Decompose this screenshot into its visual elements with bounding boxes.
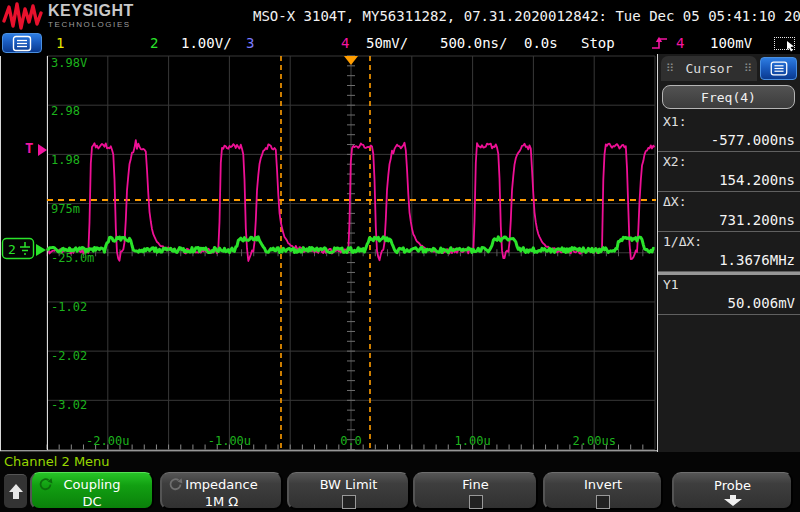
drag-handle-icon[interactable]: ⠿ xyxy=(666,63,674,74)
channel4-scale[interactable]: 50mV/ xyxy=(366,35,408,51)
timebase-scale[interactable]: 500.0ns/ xyxy=(440,35,507,51)
waveform-display[interactable]: 3.98V 2.98 1.98 975m -25.0m -1.02 -2.02 … xyxy=(0,54,657,452)
cursor-row-x1: X1: -577.000ns xyxy=(658,112,800,152)
channel2-badge[interactable]: 2 xyxy=(150,35,158,51)
hamburger-menu-icon xyxy=(769,60,789,77)
y-label: 975m xyxy=(51,202,80,216)
timebase-delay[interactable]: 0.0s xyxy=(524,35,558,51)
trigger-source[interactable]: 4 xyxy=(676,35,684,51)
x-label: 1.00u xyxy=(455,434,491,448)
cursor-mode-button[interactable]: Freq(4) xyxy=(662,85,795,109)
y-label: 1.98 xyxy=(51,153,80,167)
trigger-edge-icon xyxy=(650,35,670,51)
main-menu-button[interactable] xyxy=(2,33,42,53)
trigger-level[interactable]: 100mV xyxy=(710,35,752,51)
cursor-panel: ⠿ Cursor ⠿ Freq(4) X1: -577.000ns X2: 15… xyxy=(657,54,800,452)
softkey-impedance[interactable]: Impedance 1M Ω xyxy=(160,472,283,510)
softkey-label: BW Limit xyxy=(295,477,402,492)
cursor-panel-title: Cursor xyxy=(686,61,733,76)
cursor-row-value: 731.200ns xyxy=(719,212,795,228)
cursor-panel-tab[interactable]: ⠿ Cursor ⠿ xyxy=(661,56,757,81)
hamburger-menu-icon xyxy=(11,35,33,52)
y-label: -3.02 xyxy=(51,398,87,412)
x-label: -1.00u xyxy=(208,434,251,448)
oscilloscope-screen: KEYSIGHT TECHNOLOGIES MSO-X 3104T, MY563… xyxy=(0,0,800,512)
cursor-row-label: 1/ΔX: xyxy=(663,234,702,249)
up-arrow-icon xyxy=(7,482,25,501)
mouse-pointer-icon xyxy=(786,41,797,52)
trigger-marker-label: T xyxy=(25,140,33,156)
instrument-title: MSO-X 3104T, MY56311282, 07.31.202001284… xyxy=(253,8,800,24)
channel2-ground-marker[interactable]: 2 xyxy=(3,239,47,259)
bw-limit-checkbox[interactable] xyxy=(342,495,356,509)
status-bar: 1 2 1.00V/ 3 4 50mV/ 500.0ns/ 0.0s Stop … xyxy=(0,32,800,54)
x-label: 2.00us xyxy=(573,434,616,448)
cursor-row-dx: ΔX: 731.200ns xyxy=(658,192,800,232)
y-label: -2.02 xyxy=(51,349,87,363)
x-axis-labels: -2.00u -1.00u 0.0 1.00u 2.00us xyxy=(86,434,616,448)
run-state[interactable]: Stop xyxy=(581,35,615,51)
invert-checkbox[interactable] xyxy=(596,495,610,509)
cursor-row-y1: Y1 50.006mV xyxy=(658,272,800,315)
cursor-menu-button[interactable] xyxy=(760,57,797,80)
y-label: 2.98 xyxy=(51,104,80,118)
trigger-level-marker[interactable]: T xyxy=(25,140,47,156)
softkey-coupling[interactable]: Coupling DC xyxy=(30,472,154,510)
cursor-row-x2: X2: 154.200ns xyxy=(658,152,800,192)
ground-marker-channel: 2 xyxy=(8,242,16,257)
cursor-row-label: X2: xyxy=(663,154,686,169)
cursor-row-value: 50.006mV xyxy=(728,295,795,311)
softkey-menu-bar: Channel 2 Menu Coupling DC Impedance 1M … xyxy=(0,452,800,512)
channel3-badge[interactable]: 3 xyxy=(246,35,254,51)
softkey-label: Probe xyxy=(680,478,785,493)
menu-back-button[interactable] xyxy=(4,474,27,508)
cycle-icon xyxy=(168,477,183,492)
softkey-probe[interactable]: Probe xyxy=(672,472,793,510)
channel1-badge[interactable]: 1 xyxy=(56,35,64,51)
brand-subtitle: TECHNOLOGIES xyxy=(48,21,134,29)
fine-checkbox[interactable] xyxy=(469,495,483,509)
cursor-row-label: ΔX: xyxy=(663,194,686,209)
down-arrow-icon xyxy=(722,495,744,507)
softkey-label: Impedance xyxy=(168,477,275,492)
channel2-scale[interactable]: 1.00V/ xyxy=(181,35,232,51)
softkey-value: DC xyxy=(38,494,146,509)
cycle-icon xyxy=(38,477,53,492)
channel4-badge[interactable]: 4 xyxy=(341,35,349,51)
drag-handle-icon[interactable]: ⠿ xyxy=(744,63,752,74)
cursor-row-value: 154.200ns xyxy=(719,172,795,188)
softkey-value: 1M Ω xyxy=(168,494,275,509)
x-label: -2.00u xyxy=(86,434,129,448)
softkey-fine[interactable]: Fine xyxy=(413,472,538,510)
time-reference-marker[interactable] xyxy=(344,56,358,65)
menu-title: Channel 2 Menu xyxy=(4,454,110,469)
softkey-bw-limit[interactable]: BW Limit xyxy=(287,472,410,510)
y-axis-labels: 3.98V 2.98 1.98 975m -25.0m -1.02 -2.02 … xyxy=(51,56,94,412)
cursor-row-value: 1.3676MHz xyxy=(719,252,795,268)
title-bar: KEYSIGHT TECHNOLOGIES MSO-X 3104T, MY563… xyxy=(0,0,800,32)
brand-name: KEYSIGHT xyxy=(48,3,134,19)
cursor-readouts: X1: -577.000ns X2: 154.200ns ΔX: 731.200… xyxy=(658,112,800,315)
cursor-row-value: -577.000ns xyxy=(711,132,795,148)
cursor-row-label: Y1 xyxy=(663,277,679,292)
softkey-label: Invert xyxy=(551,477,655,492)
softkey-label: Fine xyxy=(421,477,530,492)
softkey-invert[interactable]: Invert xyxy=(543,472,663,510)
x-label: 0.0 xyxy=(340,434,362,448)
y-label: -1.02 xyxy=(51,300,87,314)
y-label: 3.98V xyxy=(51,56,87,70)
keysight-logo-icon xyxy=(2,1,44,31)
cursor-row-inv-dx: 1/ΔX: 1.3676MHz xyxy=(658,232,800,272)
cursor-row-label: X1: xyxy=(663,114,686,129)
brand-block: KEYSIGHT TECHNOLOGIES xyxy=(48,3,134,29)
softkey-label: Coupling xyxy=(38,477,146,492)
